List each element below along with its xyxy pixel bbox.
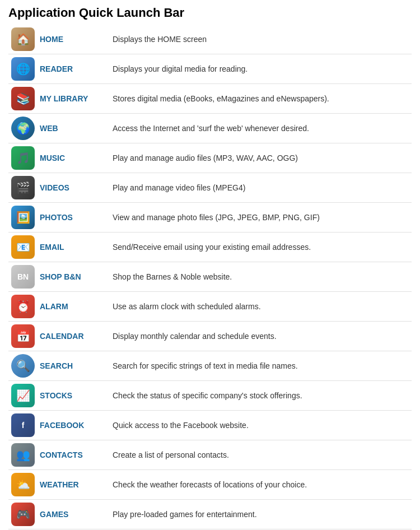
my-library-label: MY LIBRARY bbox=[38, 84, 110, 114]
table-row: 🔍SEARCHSearch for specific strings of te… bbox=[8, 351, 412, 381]
alarm-description: Use as alarm clock with scheduled alarms… bbox=[110, 292, 412, 322]
alarm-label: ALARM bbox=[38, 292, 110, 322]
shop-bn-icon: BN bbox=[11, 265, 35, 289]
icon-cell-games: 🎮 bbox=[8, 500, 38, 529]
my-library-description: Stores digital media (eBooks, eMagazines… bbox=[110, 84, 412, 114]
icon-cell-my-library: 📚 bbox=[8, 84, 38, 114]
email-label: EMAIL bbox=[38, 233, 110, 262]
photos-description: View and manage photo files (JPG, JPEG, … bbox=[110, 203, 412, 233]
home-icon: 🏠 bbox=[11, 27, 35, 51]
search-description: Search for specific strings of text in m… bbox=[110, 351, 412, 381]
table-row: ⛅WEATHERCheck the weather forecasts of l… bbox=[8, 470, 412, 500]
calendar-label: CALENDAR bbox=[38, 322, 110, 351]
web-icon: 🌍 bbox=[11, 117, 35, 140]
stocks-description: Check the status of specific company's s… bbox=[110, 381, 412, 411]
weather-description: Check the weather forecasts of locations… bbox=[110, 470, 412, 500]
videos-icon: 🎬 bbox=[11, 176, 35, 199]
table-row: ⏰ALARMUse as alarm clock with scheduled … bbox=[8, 292, 412, 322]
home-description: Displays the HOME screen bbox=[110, 25, 412, 54]
table-row: 🎮GAMESPlay pre-loaded games for entertai… bbox=[8, 500, 412, 529]
icon-cell-weather: ⛅ bbox=[8, 470, 38, 500]
stocks-icon: 📈 bbox=[11, 384, 35, 407]
games-description: Play pre-loaded games for entertainment. bbox=[110, 500, 412, 529]
table-row: 📅CALENDARDisplay monthly calendar and sc… bbox=[8, 322, 412, 351]
weather-icon: ⛅ bbox=[11, 473, 35, 496]
shop-bn-label: SHOP B&N bbox=[38, 262, 110, 292]
icon-cell-email: 📧 bbox=[8, 233, 38, 262]
icon-cell-facebook: f bbox=[8, 411, 38, 440]
table-row: 📈STOCKSCheck the status of specific comp… bbox=[8, 381, 412, 411]
table-row: 🖼️PHOTOSView and manage photo files (JPG… bbox=[8, 203, 412, 233]
table-row: 📧EMAILSend/Receive email using your exis… bbox=[8, 233, 412, 262]
photos-icon: 🖼️ bbox=[11, 206, 35, 229]
icon-cell-web: 🌍 bbox=[8, 114, 38, 143]
page-title: Application Quick Launch Bar bbox=[8, 6, 412, 20]
games-label: GAMES bbox=[38, 500, 110, 529]
videos-label: VIDEOS bbox=[38, 173, 110, 203]
alarm-icon: ⏰ bbox=[11, 295, 35, 318]
icon-cell-contacts: 👥 bbox=[8, 440, 38, 470]
table-row: 🌍WEBAccess the Internet and 'surf the we… bbox=[8, 114, 412, 143]
my-library-icon: 📚 bbox=[11, 87, 35, 110]
facebook-description: Quick access to the Facebook website. bbox=[110, 411, 412, 440]
music-icon: 🎵 bbox=[11, 146, 35, 170]
music-label: MUSIC bbox=[38, 143, 110, 173]
shop-bn-description: Shop the Barnes & Noble website. bbox=[110, 262, 412, 292]
icon-cell-search: 🔍 bbox=[8, 351, 38, 381]
home-label: HOME bbox=[38, 25, 110, 54]
icon-cell-home: 🏠 bbox=[8, 25, 38, 54]
table-row: 📚MY LIBRARYStores digital media (eBooks,… bbox=[8, 84, 412, 114]
icon-cell-photos: 🖼️ bbox=[8, 203, 38, 233]
photos-label: PHOTOS bbox=[38, 203, 110, 233]
reader-icon: 🌐 bbox=[11, 57, 35, 81]
contacts-description: Create a list of personal contacts. bbox=[110, 440, 412, 470]
app-list: 🏠HOMEDisplays the HOME screen🌐READERDisp… bbox=[8, 25, 412, 530]
facebook-label: FACEBOOK bbox=[38, 411, 110, 440]
table-row: 👥CONTACTSCreate a list of personal conta… bbox=[8, 440, 412, 470]
web-description: Access the Internet and 'surf the web' w… bbox=[110, 114, 412, 143]
stocks-label: STOCKS bbox=[38, 381, 110, 411]
calendar-icon: 📅 bbox=[11, 324, 35, 348]
table-row: 🌐READERDisplays your digital media for r… bbox=[8, 54, 412, 84]
email-icon: 📧 bbox=[11, 235, 35, 259]
web-label: WEB bbox=[38, 114, 110, 143]
table-row: 🎵MUSICPlay and manage audio files (MP3, … bbox=[8, 143, 412, 173]
music-description: Play and manage audio files (MP3, WAV, A… bbox=[110, 143, 412, 173]
icon-cell-videos: 🎬 bbox=[8, 173, 38, 203]
contacts-label: CONTACTS bbox=[38, 440, 110, 470]
search-label: SEARCH bbox=[38, 351, 110, 381]
table-row: fFACEBOOKQuick access to the Facebook we… bbox=[8, 411, 412, 440]
icon-cell-shop-bn: BN bbox=[8, 262, 38, 292]
reader-label: READER bbox=[38, 54, 110, 84]
facebook-icon: f bbox=[11, 413, 35, 437]
weather-label: WEATHER bbox=[38, 470, 110, 500]
games-icon: 🎮 bbox=[11, 503, 35, 526]
videos-description: Play and manage video files (MPEG4) bbox=[110, 173, 412, 203]
reader-description: Displays your digital media for reading. bbox=[110, 54, 412, 84]
search-icon: 🔍 bbox=[11, 354, 35, 378]
table-row: 🎬VIDEOSPlay and manage video files (MPEG… bbox=[8, 173, 412, 203]
email-description: Send/Receive email using your existing e… bbox=[110, 233, 412, 262]
icon-cell-stocks: 📈 bbox=[8, 381, 38, 411]
icon-cell-alarm: ⏰ bbox=[8, 292, 38, 322]
icon-cell-calendar: 📅 bbox=[8, 322, 38, 351]
table-row: BNSHOP B&NShop the Barnes & Noble websit… bbox=[8, 262, 412, 292]
table-row: 🏠HOMEDisplays the HOME screen bbox=[8, 25, 412, 54]
icon-cell-reader: 🌐 bbox=[8, 54, 38, 84]
contacts-icon: 👥 bbox=[11, 443, 35, 467]
calendar-description: Display monthly calendar and schedule ev… bbox=[110, 322, 412, 351]
icon-cell-music: 🎵 bbox=[8, 143, 38, 173]
